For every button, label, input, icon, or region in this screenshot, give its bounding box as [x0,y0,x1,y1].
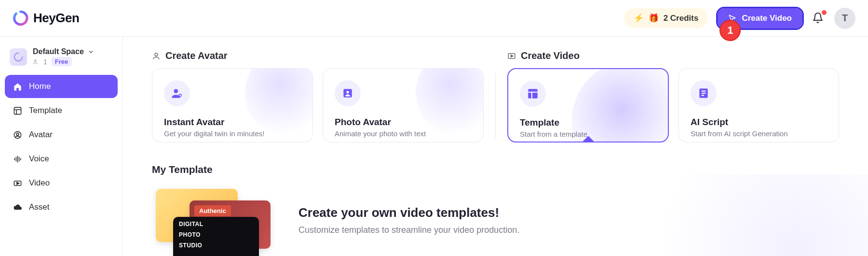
sidebar-item-label: Video [29,178,50,188]
brand-name: HeyGen [33,11,79,26]
card-subtitle: Animate your photo with text [335,129,472,138]
instant-avatar-icon [164,80,190,106]
section-title: Create Video [521,50,580,61]
svg-point-0 [35,59,37,61]
section-title: Create Avatar [165,50,228,61]
template-card[interactable]: Template Start from a template [507,68,669,142]
voice-icon [13,154,22,164]
template-icon [13,106,22,115]
brand-mark-icon [13,10,28,26]
create-video-section: Create Video Template Start from a templ… [507,50,839,142]
promo-title: Create your own video templates! [298,205,519,220]
svg-point-14 [174,89,178,93]
template-card-icon [520,81,546,107]
user-avatar[interactable]: T [834,8,855,29]
sidebar-item-label: Asset [29,202,50,212]
svg-rect-1 [14,107,21,114]
ai-script-card[interactable]: AI Script Start from AI script Generatio… [678,68,839,142]
avatar-icon [13,130,22,140]
card-subtitle: Get your digital twin in minutes! [164,129,301,138]
card-title: Instant Avatar [164,117,301,128]
home-icon [13,82,22,91]
svg-point-5 [16,133,19,135]
brand-logo[interactable]: HeyGen [13,10,79,26]
card-title: Template [520,117,656,128]
sidebar-item-template[interactable]: Template [5,99,118,122]
thumbnail-c: DIGITAL PHOTO STUDIO [173,217,259,256]
sidebar-item-label: Avatar [29,130,53,140]
plan-badge: Free [51,57,72,66]
section-divider [495,72,496,139]
card-title: AI Script [691,117,827,128]
video-icon [13,178,22,188]
instant-avatar-card[interactable]: Instant Avatar Get your digital twin in … [152,68,313,142]
template-thumbnail-stack: Authenic DIGITAL PHOTO STUDIO [152,189,272,252]
notifications-button[interactable] [812,12,825,25]
photo-avatar-card[interactable]: Photo Avatar Animate your photo with tex… [323,68,484,142]
bolt-icon: ⚡ [634,13,644,23]
app-header: HeyGen ⚡ 🎁 2 Credits Create Video 1 T [0,0,868,37]
create-avatar-section: Create Avatar Instant Avatar Get your di… [152,50,484,142]
create-video-button[interactable]: Create Video 1 [718,8,802,28]
svg-marker-21 [511,55,514,57]
sidebar-item-label: Voice [29,154,49,164]
photo-avatar-icon [335,80,361,106]
card-subtitle: Start from AI script Generation [691,129,827,138]
workspace-icon [10,48,27,66]
chevron-down-icon [88,49,94,55]
svg-point-13 [155,53,158,56]
member-count: 1 [43,58,47,66]
cloud-icon [13,202,22,212]
sidebar-item-asset[interactable]: Asset [5,196,118,219]
svg-point-19 [346,91,349,93]
credits-label: 2 Credits [664,14,699,23]
sidebar: Default Space 1 Free [0,37,123,256]
card-title: Photo Avatar [335,117,472,128]
my-template-heading: My Template [152,164,839,175]
ai-script-icon [691,80,717,106]
notification-dot-icon [822,10,827,15]
sidebar-item-home[interactable]: Home [5,75,118,98]
gift-icon: 🎁 [649,13,659,23]
my-template-promo[interactable]: Authenic DIGITAL PHOTO STUDIO Create you… [152,189,839,252]
create-video-label: Create Video [742,14,792,23]
promo-subtitle: Customize templates to streamline your v… [298,225,519,235]
sidebar-item-video[interactable]: Video [5,171,118,195]
person-icon [152,52,161,60]
workspace-selector[interactable]: Default Space 1 Free [5,43,118,74]
workspace-name: Default Space [33,47,84,56]
sidebar-item-avatar[interactable]: Avatar [5,123,118,146]
play-square-icon [507,52,516,60]
avatar-initial: T [842,13,848,24]
main-content: Create Avatar Instant Avatar Get your di… [123,37,868,256]
card-subtitle: Start from a template [520,130,656,138]
svg-marker-12 [16,182,19,185]
sidebar-item-voice[interactable]: Voice [5,147,118,171]
credits-pill[interactable]: ⚡ 🎁 2 Credits [624,8,708,28]
members-icon [33,58,40,65]
sidebar-item-label: Home [29,82,51,91]
header-right: ⚡ 🎁 2 Credits Create Video 1 T [624,8,855,29]
sidebar-item-label: Template [29,106,62,115]
